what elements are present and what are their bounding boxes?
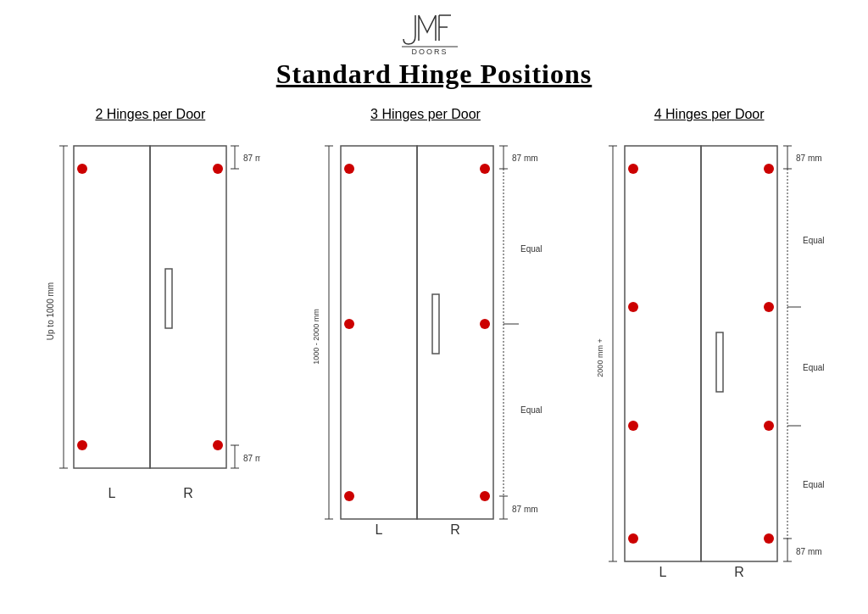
svg-point-23 (344, 319, 354, 329)
diagram-3-svg: 87 mm Equal Equal 87 mm 1000 - 2000 m (307, 129, 544, 544)
diagram-3-title: 3 Hinges per Door (370, 107, 481, 122)
svg-point-56 (764, 421, 774, 431)
svg-rect-48 (701, 146, 777, 561)
svg-point-54 (764, 164, 774, 174)
svg-point-57 (764, 533, 774, 544)
svg-rect-49 (716, 332, 723, 392)
svg-text:Equal: Equal (803, 480, 825, 489)
svg-point-50 (628, 164, 638, 174)
hinge-dot (213, 164, 223, 174)
svg-point-22 (344, 164, 354, 174)
svg-text:Equal: Equal (520, 244, 542, 254)
diagram-4-svg: 87 mm Equal Equal Equal 87 mm (591, 129, 828, 587)
svg-point-53 (628, 533, 638, 544)
svg-text:Equal: Equal (520, 405, 542, 415)
svg-rect-21 (432, 294, 439, 354)
logo-container: DOORS (0, 8, 868, 55)
diagrams-row: 2 Hinges per Door (0, 98, 868, 587)
svg-text:87 mm: 87 mm (796, 547, 822, 556)
hinge-dot (77, 440, 87, 450)
diagram-4-title: 4 Hinges per Door (654, 107, 765, 122)
diagram-4-hinges: 4 Hinges per Door (591, 107, 828, 587)
svg-rect-47 (625, 146, 701, 561)
svg-text:DOORS: DOORS (411, 47, 448, 55)
diagram-2-svg: 87 mm 87 mm Up to 1000 mm L R (40, 129, 260, 519)
svg-text:Up to 1000 mm: Up to 1000 mm (46, 282, 55, 340)
svg-point-27 (480, 491, 490, 501)
svg-text:87 mm: 87 mm (512, 505, 538, 514)
svg-text:1000 - 2000 mm: 1000 - 2000 mm (312, 309, 320, 365)
hinge-dot (213, 440, 223, 450)
svg-text:R: R (184, 486, 194, 500)
svg-point-26 (480, 319, 490, 329)
svg-point-25 (480, 164, 490, 174)
svg-point-51 (628, 302, 638, 312)
page-title: Standard Hinge Positions (0, 59, 868, 90)
svg-point-24 (344, 491, 354, 501)
svg-text:L: L (376, 522, 383, 537)
svg-text:87 mm: 87 mm (243, 154, 260, 163)
svg-text:L: L (659, 565, 666, 579)
svg-rect-20 (417, 146, 493, 519)
svg-point-55 (764, 302, 774, 312)
svg-text:87 mm: 87 mm (512, 154, 538, 163)
hinge-dot (77, 164, 87, 174)
svg-text:R: R (450, 522, 460, 537)
diagram-2-hinges: 2 Hinges per Door (40, 107, 260, 519)
header: DOORS Standard Hinge Positions (0, 0, 868, 90)
diagram-3-hinges: 3 Hinges per Door (307, 107, 544, 544)
svg-text:R: R (734, 565, 744, 579)
svg-rect-2 (74, 146, 150, 468)
svg-text:2000 mm +: 2000 mm + (596, 338, 604, 377)
page: DOORS Standard Hinge Positions 2 Hinges … (0, 0, 868, 614)
svg-rect-4 (165, 269, 172, 328)
diagram-2-title: 2 Hinges per Door (95, 107, 205, 122)
svg-text:Equal: Equal (803, 363, 825, 372)
svg-text:L: L (108, 486, 116, 500)
svg-text:87 mm: 87 mm (243, 454, 260, 463)
svg-text:87 mm: 87 mm (796, 154, 822, 163)
svg-rect-19 (341, 146, 417, 519)
svg-point-52 (628, 421, 638, 431)
svg-text:Equal: Equal (803, 236, 825, 245)
jmf-logo: DOORS (400, 8, 468, 55)
svg-rect-3 (150, 146, 226, 468)
